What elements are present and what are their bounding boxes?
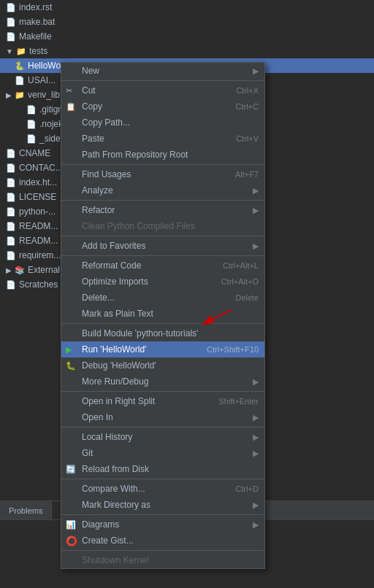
menu-item-local-history[interactable]: Local History ▶ <box>61 429 264 445</box>
menu-separator <box>61 255 264 256</box>
file-icon: 📄 <box>26 120 37 129</box>
scratch-icon: 📄 <box>6 280 16 290</box>
menu-item-copy-path[interactable]: Copy Path... <box>61 115 264 131</box>
file-icon: 📄 <box>6 163 16 173</box>
cut-icon: ✂ <box>66 86 72 96</box>
submenu-arrow: ▶ <box>253 413 259 422</box>
menu-item-open-in[interactable]: Open In ▶ <box>61 409 264 425</box>
context-menu: New ▶ ✂ Cut Ctrl+X 📋 Copy Ctrl+C Copy Pa… <box>61 62 265 569</box>
folder-icon: 📁 <box>15 90 25 100</box>
menu-separator <box>61 427 264 428</box>
menu-item-find-usages[interactable]: Find Usages Alt+F7 <box>61 166 264 182</box>
submenu-arrow: ▶ <box>253 449 259 458</box>
menu-item-mark-directory[interactable]: Mark Directory as ▶ <box>61 497 264 513</box>
submenu-arrow: ▶ <box>253 520 259 530</box>
menu-item-debug[interactable]: 🐛 Debug 'HelloWorld' <box>61 357 264 374</box>
file-tree-item[interactable]: 📄 make.bat <box>0 15 374 29</box>
run-icon: ▶ <box>66 345 72 355</box>
file-icon: 📄 <box>6 32 16 42</box>
menu-separator <box>61 514 264 515</box>
menu-item-analyze[interactable]: Analyze ▶ <box>61 182 264 198</box>
menu-separator <box>61 236 264 236</box>
file-icon: 📄 <box>6 178 16 187</box>
file-icon: 📄 <box>26 134 37 144</box>
file-icon: 📄 <box>6 149 16 158</box>
file-icon: 📄 <box>6 18 16 27</box>
menu-item-create-gist[interactable]: ⭕ Create Gist... <box>61 533 264 549</box>
folder-icon: 📁 <box>16 47 26 56</box>
submenu-arrow: ▶ <box>253 433 259 442</box>
menu-item-mark-plain-text[interactable]: Mark as Plain Text <box>61 306 264 322</box>
library-icon: 📚 <box>15 266 25 275</box>
expand-icon: ▶ <box>6 91 12 99</box>
menu-item-optimize-imports[interactable]: Optimize Imports Ctrl+Alt+O <box>61 274 264 290</box>
file-icon: 📄 <box>26 105 37 115</box>
menu-item-add-favorites[interactable]: Add to Favorites ▶ <box>61 238 264 254</box>
github-icon: ⭕ <box>66 535 77 546</box>
submenu-arrow: ▶ <box>253 241 259 251</box>
expand-icon: ▼ <box>6 47 13 55</box>
tab-problems[interactable]: Problems <box>0 501 52 519</box>
file-icon: 📄 <box>15 76 25 85</box>
file-tree-item[interactable]: 📄 Makefile <box>0 29 374 44</box>
menu-separator <box>61 323 264 324</box>
menu-item-reformat[interactable]: Reformat Code Ctrl+Alt+L <box>61 258 264 274</box>
menu-item-shutdown-kernel[interactable]: Shutdown Kernel <box>61 552 264 568</box>
menu-item-git[interactable]: Git ▶ <box>61 445 264 461</box>
menu-separator <box>61 80 264 81</box>
file-icon: 📄 <box>6 236 16 246</box>
file-icon: 📄 <box>6 193 16 202</box>
menu-item-build-module[interactable]: Build Module 'python-tutorials' <box>61 325 264 341</box>
python-file-icon: 🐍 <box>15 61 25 71</box>
menu-item-open-right-split[interactable]: Open in Right Split Shift+Enter <box>61 393 264 409</box>
menu-item-new[interactable]: New ▶ <box>61 63 264 79</box>
menu-item-diagrams[interactable]: 📊 Diagrams ▶ <box>61 517 264 533</box>
menu-item-path-from-repo[interactable]: Path From Repository Root <box>61 147 264 163</box>
submenu-arrow: ▶ <box>253 377 259 387</box>
menu-item-more-run-debug[interactable]: More Run/Debug ▶ <box>61 374 264 390</box>
file-icon: 📄 <box>6 3 16 12</box>
menu-item-copy[interactable]: 📋 Copy Ctrl+C <box>61 98 264 115</box>
expand-icon: ▶ <box>6 266 12 274</box>
menu-separator <box>61 200 264 201</box>
menu-separator <box>61 391 264 392</box>
menu-item-clean-compiled[interactable]: Clean Python Compiled Files <box>61 218 264 234</box>
menu-item-refactor[interactable]: Refactor ▶ <box>61 202 264 218</box>
menu-item-paste[interactable]: Paste Ctrl+V <box>61 131 264 147</box>
reload-icon: 🔄 <box>66 465 76 474</box>
menu-item-delete[interactable]: Delete... Delete <box>61 290 264 306</box>
menu-separator <box>61 164 264 165</box>
file-icon: 📄 <box>6 251 16 260</box>
file-tree-item[interactable]: ▼ 📁 tests <box>0 44 374 58</box>
menu-item-cut[interactable]: ✂ Cut Ctrl+X <box>61 82 264 98</box>
file-tree-item[interactable]: 📄 index.rst <box>0 0 374 15</box>
diagrams-icon: 📊 <box>66 520 76 530</box>
submenu-arrow: ▶ <box>253 66 259 76</box>
menu-item-run[interactable]: ▶ Run 'HelloWorld' Ctrl+Shift+F10 <box>61 341 264 357</box>
debug-icon: 🐛 <box>66 361 76 371</box>
file-icon: 📄 <box>6 207 16 217</box>
submenu-arrow: ▶ <box>253 206 259 215</box>
menu-separator <box>61 550 264 551</box>
submenu-arrow: ▶ <box>253 500 259 510</box>
menu-item-reload-disk[interactable]: 🔄 Reload from Disk <box>61 461 264 477</box>
submenu-arrow: ▶ <box>253 186 259 196</box>
file-icon: 📄 <box>6 222 16 231</box>
copy-icon: 📋 <box>66 102 76 112</box>
menu-item-compare-with[interactable]: Compare With... Ctrl+D <box>61 481 264 497</box>
menu-separator <box>61 479 264 479</box>
